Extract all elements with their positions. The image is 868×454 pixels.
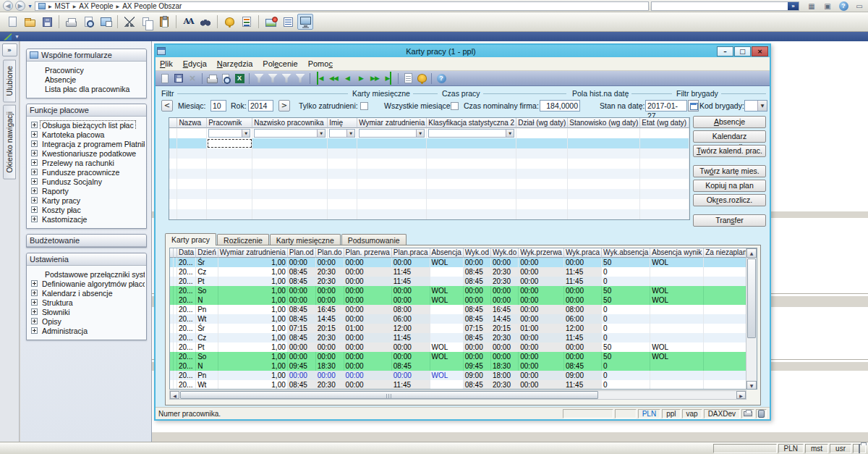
save-icon[interactable]: [39, 14, 55, 30]
alert-icon[interactable]: [415, 72, 428, 85]
expand-plus-icon[interactable]: [31, 122, 38, 128]
close-button[interactable]: ×: [752, 46, 768, 56]
cell[interactable]: 08:45: [288, 277, 316, 286]
cell[interactable]: [252, 138, 328, 148]
cell[interactable]: [640, 159, 689, 169]
cell[interactable]: 11:45: [564, 333, 602, 342]
save-icon[interactable]: [172, 72, 185, 85]
checklist-icon[interactable]: [239, 14, 255, 30]
menu-plik[interactable]: Plik: [160, 59, 173, 68]
cell[interactable]: 20...: [177, 333, 196, 342]
image-pin-icon[interactable]: [263, 14, 278, 30]
breadcrumb-item[interactable]: MST: [55, 2, 70, 10]
cell[interactable]: 00:00: [491, 258, 519, 267]
cell[interactable]: 11:45: [392, 380, 430, 390]
cell[interactable]: 0: [602, 361, 650, 371]
cell[interactable]: [177, 159, 207, 169]
cell[interactable]: [650, 314, 704, 324]
chevron-down-icon[interactable]: ▼: [242, 130, 250, 137]
cell[interactable]: 08:45: [464, 380, 491, 390]
expand-plus-icon[interactable]: [31, 318, 38, 324]
cell[interactable]: [650, 305, 704, 314]
cell[interactable]: [207, 179, 252, 189]
cell[interactable]: [252, 209, 328, 219]
cell[interactable]: 09:45: [288, 361, 316, 371]
cell[interactable]: [430, 361, 464, 371]
cell[interactable]: 00:00: [564, 342, 602, 352]
search-button[interactable]: »: [788, 2, 799, 10]
cell[interactable]: 20:30: [316, 380, 344, 390]
band-dropdown-icon[interactable]: ▼: [14, 34, 20, 39]
cell[interactable]: 0: [602, 267, 650, 277]
horizontal-scroll-thumb[interactable]: [180, 391, 598, 399]
cell[interactable]: 00:00: [519, 342, 564, 352]
button-okres-rozlicz-[interactable]: Okres.rozlicz.: [693, 194, 766, 206]
column-header-plan-od[interactable]: Plan.od: [288, 248, 316, 258]
cell[interactable]: [640, 189, 689, 199]
cell[interactable]: Wt: [196, 380, 218, 390]
timesheet-row[interactable]: 20...Wt1,0008:4520:3000:0011:4508:4520:3…: [170, 380, 757, 390]
cell[interactable]: 00:00: [344, 352, 392, 361]
sidebar-item-kwestionariusze-podatkowe[interactable]: Kwestionariusze podatkowe: [31, 148, 145, 158]
cell[interactable]: 00:00: [344, 342, 392, 352]
column-header-absencja-wynik[interactable]: Absencja wynik: [650, 248, 704, 258]
timesheet-row-weekend[interactable]: 20...So1,0000:0000:0000:0000:00WOL00:000…: [170, 286, 757, 295]
cell[interactable]: [177, 138, 207, 148]
cell[interactable]: 20:30: [491, 333, 519, 342]
cell[interactable]: 50: [602, 342, 650, 352]
cell[interactable]: [427, 199, 516, 209]
cell[interactable]: 00:00: [519, 361, 564, 371]
expand-plus-icon[interactable]: [31, 280, 38, 287]
cell[interactable]: [650, 324, 704, 333]
cell[interactable]: 00:00: [392, 295, 430, 305]
cell[interactable]: [516, 169, 568, 179]
cell[interactable]: 11:45: [564, 267, 602, 277]
filter-by-field-icon[interactable]: [280, 72, 293, 85]
cell[interactable]: [252, 199, 328, 209]
cell[interactable]: 1,00: [218, 258, 288, 267]
cell[interactable]: N: [196, 361, 218, 371]
button-kopiuj-na-plan[interactable]: Kopiuj na plan: [693, 180, 766, 192]
cell[interactable]: WOL: [430, 352, 464, 361]
column-header-wymiar-zatrudnienia[interactable]: Wymiar zatrudnienia: [357, 118, 427, 128]
employee-row-selected[interactable]: [169, 138, 689, 148]
timesheet-row-weekend[interactable]: 20...So1,0000:0000:0000:0000:00WOL00:000…: [170, 352, 757, 361]
cell[interactable]: [328, 148, 357, 159]
breadcrumb-item[interactable]: AX People Obszar: [122, 2, 182, 10]
cell[interactable]: 07:15: [288, 324, 316, 333]
cell[interactable]: WOL: [430, 286, 464, 295]
chevron-down-icon[interactable]: ▼: [506, 130, 514, 137]
cell[interactable]: 1,00: [218, 286, 288, 295]
cell[interactable]: 00:00: [491, 352, 519, 361]
cell[interactable]: [252, 148, 328, 159]
cell[interactable]: 08:45: [288, 305, 316, 314]
timesheet-row[interactable]: 20...Wt1,0008:4514:4500:0006:0008:4514:4…: [170, 314, 757, 324]
filter-combo[interactable]: ▼: [359, 129, 425, 138]
cell[interactable]: 00:00: [519, 286, 564, 295]
cell[interactable]: 00:00: [464, 295, 491, 305]
column-header-pracownik[interactable]: Pracownik: [207, 118, 252, 128]
cell[interactable]: [357, 138, 427, 148]
cell[interactable]: [207, 169, 252, 179]
status-company[interactable]: ppl: [662, 409, 680, 419]
column-header-wyk-absencja[interactable]: Wyk.absencja: [602, 248, 650, 258]
filter-combo[interactable]: ▼: [428, 129, 514, 138]
cell[interactable]: 00:00: [519, 333, 564, 342]
cell[interactable]: [207, 138, 252, 148]
scroll-up-icon[interactable]: ▲: [746, 248, 757, 258]
cell[interactable]: 50: [602, 258, 650, 267]
nav-section-header[interactable]: Funkcje płacowe: [27, 104, 146, 117]
column-header-absencja[interactable]: Absencja: [430, 248, 464, 258]
cell[interactable]: 20...: [177, 267, 196, 277]
cell[interactable]: Pt: [196, 342, 218, 352]
cell[interactable]: 20...: [177, 286, 196, 295]
cell[interactable]: 08:45: [288, 380, 316, 390]
search-box[interactable]: »: [651, 1, 799, 11]
cell[interactable]: 1,00: [218, 361, 288, 371]
cell[interactable]: 00:00: [316, 352, 344, 361]
forward-button[interactable]: ▶: [15, 1, 25, 11]
kod-brygady-combo[interactable]: ▼: [744, 100, 767, 112]
cell[interactable]: 00:00: [344, 267, 392, 277]
timesheet-row[interactable]: 20...Pn1,0008:4516:4500:0008:0008:4516:4…: [170, 305, 757, 314]
cell[interactable]: [177, 209, 207, 219]
